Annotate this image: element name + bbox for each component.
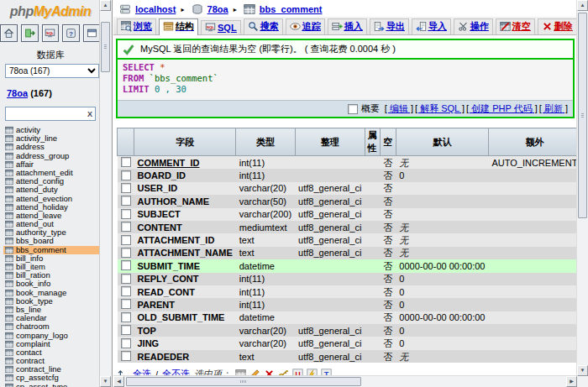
sidebar-table-contact[interactable]: contact (3, 348, 101, 357)
main-vertical-scrollbar[interactable]: ▲ ▼ (576, 0, 588, 376)
row-checkbox[interactable] (121, 274, 131, 284)
sidebar-table-bill_info[interactable]: bill_info (3, 254, 101, 263)
main-horizontal-scrollbar[interactable]: ◀ ▶ (113, 375, 577, 387)
sidebar-table-bill_item[interactable]: bill_item (3, 263, 101, 271)
sidebar-table-attend_holiday[interactable]: attend_holiday (3, 203, 101, 212)
current-database-link[interactable]: 78oa (7, 88, 28, 98)
scrollbar-thumb[interactable] (101, 22, 110, 72)
tab-追踪[interactable]: 追踪 (286, 18, 325, 34)
row-checkbox[interactable] (121, 170, 131, 180)
table-name: company_logo (16, 332, 68, 340)
sidebar-table-contract_line[interactable]: contract_line (3, 365, 101, 374)
sidebar-table-book_info[interactable]: book_info (3, 280, 101, 288)
field-name: TOP (138, 326, 156, 336)
row-checkbox[interactable] (121, 351, 131, 361)
scrollbar-thumb[interactable] (578, 13, 587, 218)
tab-SQL[interactable]: SQL (201, 20, 241, 34)
field-row-READ_CONT: READ_CONTint(11)否0 (118, 285, 578, 298)
row-checkbox[interactable] (121, 260, 131, 270)
profiling-checkbox[interactable] (348, 104, 358, 114)
row-checkbox[interactable] (121, 196, 131, 206)
row-checkbox[interactable] (121, 286, 131, 296)
tab-导入[interactable]: 导入 (412, 18, 451, 34)
row-checkbox[interactable] (121, 299, 131, 309)
sidebar-scrollbar[interactable]: ▲ ▼ (99, 0, 111, 387)
home-button[interactable] (0, 24, 18, 42)
sidebar-table-authority_type[interactable]: authority_type (3, 228, 101, 237)
query-window-button[interactable] (83, 24, 101, 42)
field-row-AUTHOR_NAME: AUTHOR_NAMEvarchar(50)utf8_general_ci否 (118, 195, 578, 207)
logout-button[interactable] (21, 24, 39, 42)
empty-icon (500, 21, 511, 32)
sidebar-table-bs_line[interactable]: bs_line (3, 306, 101, 314)
sql-window-button[interactable] (42, 24, 60, 42)
tab-结构[interactable]: 结构 (159, 18, 198, 35)
tab-清空[interactable]: 清空 (496, 18, 535, 34)
table-icon (5, 348, 13, 357)
breadcrumb: localhost 78oa bbs_comment (113, 0, 577, 17)
table-name: book_type (16, 297, 53, 306)
sidebar-table-attend_evection[interactable]: attend_evection (3, 195, 101, 203)
sidebar-table-attachment_edit[interactable]: attachment_edit (3, 169, 101, 177)
sidebar-table-cp_assetcfg[interactable]: cp_assetcfg (3, 374, 101, 382)
row-checkbox[interactable] (121, 235, 131, 245)
sidebar-table-address_group[interactable]: address_group (3, 152, 101, 160)
sidebar-table-attend_out[interactable]: attend_out (3, 220, 101, 228)
table-filter-input[interactable] (6, 108, 85, 119)
breadcrumb-table-link[interactable]: bbs_comment (260, 4, 323, 14)
tab-bar: 浏览结构SQL搜索追踪插入导出导入操作清空删除 (113, 17, 577, 35)
tab-操作[interactable]: 操作 (454, 18, 493, 34)
docs-button[interactable] (62, 24, 80, 42)
sql-link-解释 SQL[interactable]: 解释 SQL (415, 103, 465, 113)
tab-插入[interactable]: 插入 (328, 18, 367, 34)
sidebar-table-activity_line[interactable]: activity_line (3, 134, 101, 143)
tab-浏览[interactable]: 浏览 (117, 18, 156, 34)
scroll-up-arrow[interactable]: ▲ (100, 0, 111, 11)
tab-删除[interactable]: 删除 (538, 18, 577, 34)
sidebar-table-company_logo[interactable]: company_logo (3, 332, 101, 340)
row-checkbox[interactable] (121, 312, 131, 322)
row-checkbox[interactable] (121, 338, 131, 348)
scroll-right-arrow[interactable]: ▶ (566, 376, 577, 387)
sidebar-table-activity[interactable]: activity (3, 126, 101, 134)
filter-clear-button[interactable]: X (85, 110, 95, 118)
sidebar-table-book_type[interactable]: book_type (3, 297, 101, 306)
scroll-up-arrow[interactable]: ▲ (577, 0, 588, 11)
row-checkbox[interactable] (121, 222, 131, 232)
sidebar-table-bbs_comment[interactable]: bbs_comment (3, 246, 101, 254)
row-checkbox[interactable] (121, 325, 131, 335)
row-checkbox[interactable] (121, 157, 131, 167)
sidebar-table-bbs_board[interactable]: bbs_board (3, 237, 101, 245)
row-checkbox[interactable] (121, 209, 131, 219)
scroll-down-arrow[interactable]: ▼ (100, 376, 111, 387)
sidebar-table-chatroom[interactable]: chatroom (3, 322, 101, 331)
table-name: bill_ration (16, 271, 50, 280)
sql-link-刷新[interactable]: 刷新 (539, 103, 568, 113)
sidebar-table-attend_config[interactable]: attend_config (3, 177, 101, 186)
column-header: 默认 (396, 128, 488, 156)
tab-导出[interactable]: 导出 (370, 18, 409, 34)
row-checkbox[interactable] (121, 248, 131, 258)
sidebar-table-calendar[interactable]: calendar (3, 314, 101, 322)
sidebar-table-address[interactable]: address (3, 143, 101, 151)
database-select[interactable]: 78oa (167) (5, 64, 99, 78)
field-row-TOP: TOPvarchar(20)utf8_general_ci否0 (118, 324, 578, 337)
sidebar-table-complaint[interactable]: complaint (3, 340, 101, 348)
breadcrumb-server-link[interactable]: localhost (135, 4, 176, 14)
tab-搜索[interactable]: 搜索 (244, 18, 283, 34)
sidebar-table-cp_asset_type[interactable]: cp_asset_type (3, 383, 101, 387)
phpmyadmin-logo[interactable]: phpMyAdmin (0, 0, 101, 21)
sidebar-table-contract[interactable]: contract (3, 357, 101, 365)
sql-link-编辑[interactable]: 编辑 (385, 103, 413, 113)
sidebar-table-book_manage[interactable]: book_manage (3, 289, 101, 297)
sidebar-table-attend_duty[interactable]: attend_duty (3, 186, 101, 194)
breadcrumb-database-link[interactable]: 78oa (207, 4, 228, 14)
scrollbar-thumb[interactable] (126, 377, 361, 386)
sidebar-table-attend_leave[interactable]: attend_leave (3, 212, 101, 220)
scroll-down-arrow[interactable]: ▼ (577, 365, 588, 376)
row-checkbox[interactable] (121, 183, 131, 193)
scroll-left-arrow[interactable]: ◀ (113, 376, 124, 387)
sidebar-table-affair[interactable]: affair (3, 160, 101, 169)
sidebar-table-bill_ration[interactable]: bill_ration (3, 271, 101, 280)
sql-link-创建 PHP 代码[interactable]: 创建 PHP 代码 (466, 103, 538, 113)
